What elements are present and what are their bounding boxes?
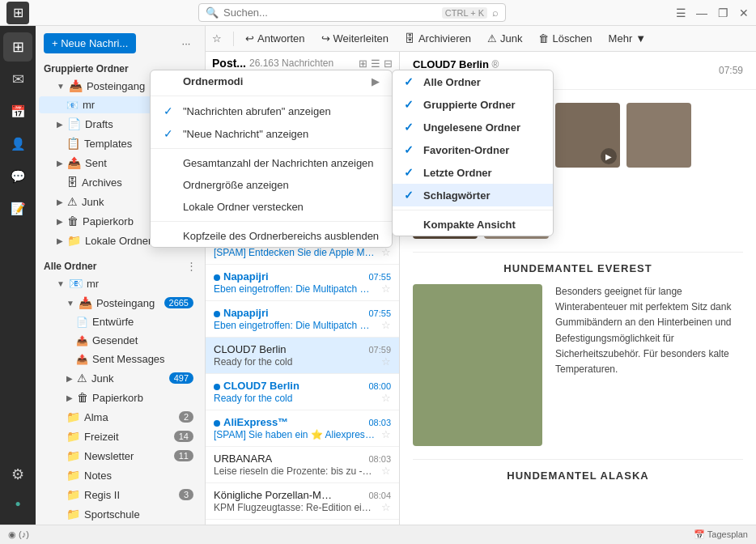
more-options-button[interactable]: ··· <box>176 32 197 53</box>
folder-papierkorb-all[interactable]: ▶ 🗑 Papierkorb <box>39 389 202 406</box>
sidebar-icon-calendar[interactable]: 📅 <box>3 97 32 126</box>
list-item[interactable]: AliExpress™ 08:03 [SPAM] Sie haben ein ⭐… <box>206 410 399 447</box>
folder-label: Posteingang <box>87 80 145 92</box>
status-left: ◉ (♪) <box>8 529 29 540</box>
sidebar-icon-status[interactable]: ● <box>3 489 32 518</box>
alle-ordner-menu[interactable]: ⋮ <box>186 260 197 272</box>
submenu-item-letzte[interactable]: ✓ Letzte Ordner <box>393 161 553 184</box>
chevron-right-icon: ▶ <box>372 76 379 87</box>
folder-alma[interactable]: 📁 Alma 2 <box>39 408 202 426</box>
star-icon: ☆ <box>381 392 391 404</box>
dropdown-item-neue-nachricht[interactable]: ✓ "Neue Nachricht" anzeigen <box>151 122 392 145</box>
folder-posteingang-all[interactable]: ▼ 📥 Posteingang 2665 <box>39 294 202 312</box>
status-right[interactable]: 📅 Tagesplan <box>694 529 748 540</box>
sidebar-icon-contacts[interactable]: 👤 <box>3 130 32 159</box>
email-time: 08:03 <box>368 418 391 427</box>
badge: 14 <box>174 431 193 442</box>
check-icon: ✓ <box>404 189 417 202</box>
menu-button[interactable]: ☰ <box>675 7 686 19</box>
submenu-item-alle[interactable]: ✓ Alle Ordner <box>393 70 553 93</box>
list-item[interactable]: CLOUD7 Berlin 07:59 Ready for the cold ☆ <box>206 338 399 374</box>
email-subject: Eben eingetroffen: Die Multipatch Skid..… <box>214 320 376 331</box>
sidebar-icon-notes[interactable]: 📝 <box>3 194 32 223</box>
new-message-button[interactable]: + Neue Nachri... <box>44 33 136 53</box>
folder-regis[interactable]: 📁 Regis II 3 <box>39 486 202 504</box>
folder-label: Templates <box>84 138 132 150</box>
sidebar-icon-chat[interactable]: 💬 <box>3 162 32 191</box>
folder-icon: 📁 <box>66 449 80 462</box>
star-icon: ☆ <box>381 428 391 440</box>
star-icon: ☆ <box>381 355 391 368</box>
list-item[interactable]: Napapijri 07:55 Eben eingetroffen: Die M… <box>206 301 399 338</box>
folder-label: Papierkorb <box>83 215 134 227</box>
dropdown-item-ordnergroesse[interactable]: Ordnergröße anzeigen <box>151 174 392 196</box>
folder-label: Junk <box>82 196 104 208</box>
star-icon: ☆ <box>381 465 391 477</box>
email-sender: Napapijri <box>214 270 269 283</box>
archive-icon: 🗄 <box>66 176 78 189</box>
star-icon[interactable]: ☆ <box>212 32 222 45</box>
filter-button[interactable]: ☰ <box>371 57 380 70</box>
list-item[interactable]: Napapijri 07:55 Eben eingetroffen: Die M… <box>206 265 399 301</box>
product-description: Besonders geeignet für lange Winterabent… <box>555 284 743 446</box>
submenu-item-gruppierte[interactable]: ✓ Gruppierte Ordner <box>393 93 553 116</box>
archive-button[interactable]: 🗄 Archivieren <box>398 29 478 48</box>
folder-entw[interactable]: 📄 Entwürfe <box>39 313 202 330</box>
dropdown-item-nachrichten[interactable]: ✓ "Nachrichten abrufen" anzeigen <box>151 100 392 122</box>
mr-icon: 📧 <box>69 277 83 290</box>
dropdown-item-gesamtanzahl[interactable]: Gesamtanzahl der Nachrichten anzeigen <box>151 152 392 174</box>
list-item[interactable]: CLOUD7 Berlin 08:00 Ready for the cold ☆ <box>206 374 399 410</box>
view-toggle-button[interactable]: ⊞ <box>359 57 367 70</box>
sidebar-icon-grid[interactable]: ⊞ <box>3 32 32 62</box>
email-sender: URBANARA <box>214 453 272 465</box>
sidebar-icon-mail[interactable]: ✉ <box>3 65 32 94</box>
sidebar-icon-settings[interactable]: ⚙ <box>3 460 32 489</box>
more-button[interactable]: Mehr ▼ <box>602 29 653 48</box>
dropdown-item-label: Ordnermodi <box>183 75 243 87</box>
folder-label: Sent Messages <box>92 353 165 365</box>
submenu-item-schlagworter[interactable]: ✓ Schlagwörter <box>393 184 553 206</box>
dropdown-item-label: Kopfzeile des Ordnerbereichs ausblenden <box>183 230 379 242</box>
product-section-1: HUNDEMANTEL EVEREST Besonders geeignet f… <box>413 252 743 446</box>
folder-mr-root[interactable]: ▼ 📧 mr <box>39 274 202 292</box>
folder-label: Sent <box>85 157 107 169</box>
list-item[interactable]: Königliche Porzellan-Manufaktur Berlin 0… <box>206 483 399 520</box>
folder-label: Posteingang <box>96 297 155 309</box>
submenu-label: Kompakte Ansicht <box>423 219 516 231</box>
submenu-item-favoriten[interactable]: ✓ Favoriten-Ordner <box>393 138 553 161</box>
folder-gesendet[interactable]: 📤 Gesendet <box>39 332 202 349</box>
folder-label: mr <box>83 99 95 111</box>
product-section-title: HUNDEMANTEL EVEREST <box>413 262 743 274</box>
folder-sent-messages[interactable]: 📤 Sent Messages <box>39 351 202 368</box>
list-item[interactable]: URBANARA 08:03 Leise rieseln die Prozent… <box>206 447 399 483</box>
divider <box>151 148 392 149</box>
folder-junk-all[interactable]: ▶ ⚠ Junk 497 <box>39 369 202 387</box>
reply-button[interactable]: ↩ Antworten <box>239 29 312 48</box>
delete-button[interactable]: 🗑 Löschen <box>532 29 598 48</box>
check-icon: ✓ <box>164 104 176 117</box>
folder-freizeit[interactable]: 📁 Freizeit 14 <box>39 427 202 445</box>
junk-button[interactable]: ⚠ Junk <box>481 29 529 48</box>
close-button[interactable]: ✕ <box>738 7 750 19</box>
star-icon: ☆ <box>381 501 391 513</box>
dropdown-item-kopfzeile[interactable]: Kopfzeile des Ordnerbereichs ausblenden <box>151 225 392 247</box>
submenu-item-ungelesene[interactable]: ✓ Ungelesene Ordner <box>393 116 553 138</box>
sort-button[interactable]: ⊟ <box>384 57 393 70</box>
dropdown-item-lokale-verstecken[interactable]: Lokale Ordner verstecken <box>151 196 392 218</box>
maximize-button[interactable]: ❐ <box>717 7 728 19</box>
submenu-item-kompakt[interactable]: Kompakte Ansicht <box>393 214 553 236</box>
email-timestamp: 07:59 <box>719 65 743 76</box>
app-logo[interactable]: ⊞ <box>6 2 29 24</box>
minimize-button[interactable]: — <box>696 7 707 19</box>
folder-notes[interactable]: 📁 Notes <box>39 466 202 484</box>
sidebar-bottom: ⚙ ● <box>3 460 32 518</box>
alle-ordner-label: Alle Ordner <box>44 261 96 272</box>
folder-sportschule[interactable]: 📁 Sportschule <box>39 505 202 523</box>
product-large-image <box>413 284 542 446</box>
ordnermodi-item[interactable]: Ordnermodi ▶ ✓ Alle Ordner ✓ Gruppierte … <box>151 70 392 92</box>
folder-newsletter[interactable]: 📁 Newsletter 11 <box>39 447 202 465</box>
search-input[interactable] <box>223 6 437 19</box>
folder-icon: 📁 <box>66 469 80 482</box>
forward-button[interactable]: ↪ Weiterleiten <box>315 29 395 48</box>
unread-dot <box>214 384 220 390</box>
